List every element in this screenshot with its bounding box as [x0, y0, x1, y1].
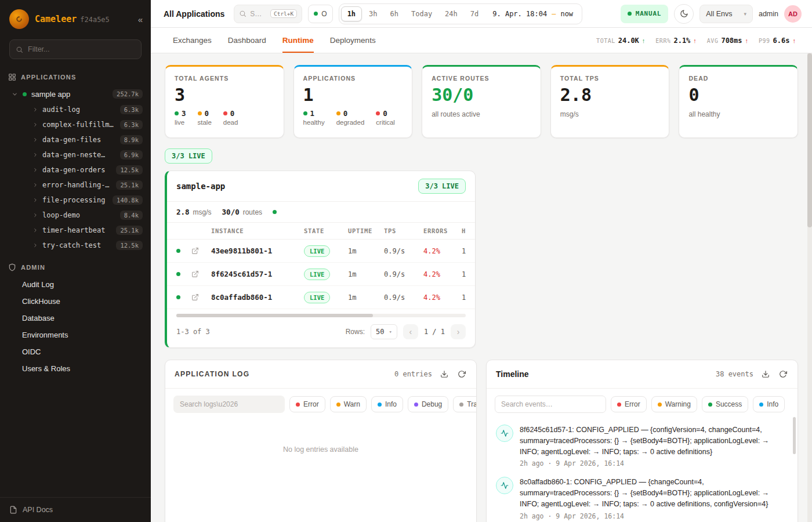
- time-range-1h[interactable]: 1h: [341, 6, 362, 21]
- filter-chip-success[interactable]: Success: [702, 396, 748, 412]
- timeline-event[interactable]: 8f6245c61d57-1: CONFIG_APPLIED — {config…: [496, 425, 786, 467]
- timeline-panel-header: Timeline 38 events: [487, 360, 798, 389]
- scrollbar-thumb[interactable]: [176, 314, 373, 317]
- count-badge: 8.4k: [120, 211, 143, 220]
- time-range-24h[interactable]: 24h: [439, 7, 463, 21]
- count-badge: 140.8k: [113, 195, 143, 205]
- timeline-scrollbar-thumb[interactable]: [793, 417, 796, 454]
- time-range-today[interactable]: Today: [405, 7, 438, 21]
- sidebar-item-try-catch-test[interactable]: try-catch-test12.5k: [0, 238, 151, 253]
- topbar: All Applications S… Ctrl+K O 1h 3h 6h To…: [151, 0, 812, 28]
- sample-app-card: sample-app 3/3 LIVE 2.8 msg/s 30/0 route…: [165, 171, 476, 348]
- tab-dashboard[interactable]: Dashboard: [228, 28, 266, 53]
- content: TOTAL AGENTS 3 3live 0stale 0dead APPLIC…: [151, 53, 812, 522]
- timeline-search-input[interactable]: [495, 396, 606, 413]
- filter-chip-warning[interactable]: Warning: [651, 396, 697, 412]
- admin-item-database[interactable]: Database: [0, 310, 151, 327]
- avatar[interactable]: AD: [784, 5, 802, 23]
- app-summary-row: 2.8 msg/s 30/0 routes: [167, 202, 475, 222]
- prev-page-button[interactable]: ‹: [403, 324, 418, 339]
- environment-select[interactable]: All Envs ▾: [699, 5, 753, 23]
- time-range-6h[interactable]: 6h: [385, 7, 404, 21]
- global-search[interactable]: S… Ctrl+K: [234, 5, 302, 23]
- table-row[interactable]: 43ee9811b801-1 LIVE 1m 0.9/s 4.2% 1: [167, 240, 475, 263]
- sidebar-item-file-processing[interactable]: file-processing140.8k: [0, 193, 151, 208]
- sidebar: Cameleerf24a5e5 « APPLICATIONS sample ap…: [0, 0, 151, 522]
- search-icon: [239, 10, 246, 17]
- mini-live: 3live: [175, 109, 186, 126]
- filter-chip-info[interactable]: Info: [753, 396, 785, 412]
- count-badge: 6.9k: [120, 150, 143, 160]
- search-shortcut-kbd: Ctrl+K: [270, 9, 297, 18]
- horizontal-scrollbar[interactable]: [176, 314, 466, 317]
- time-range-7d[interactable]: 7d: [465, 7, 484, 21]
- trend-up-icon: ↑: [693, 37, 697, 44]
- rows-per-page-select[interactable]: 50 ▾: [371, 324, 397, 339]
- count-badge: 8.9k: [120, 135, 143, 144]
- search-placeholder-text: S…: [250, 10, 262, 18]
- external-link-icon[interactable]: [191, 293, 211, 301]
- stat-p99: P99 6.6s ↑: [759, 37, 796, 45]
- count-badge: 6.3k: [120, 105, 143, 114]
- download-icon[interactable]: [760, 369, 771, 379]
- filter-chip-error[interactable]: Error: [611, 396, 647, 412]
- chevron-right-icon: [32, 242, 38, 248]
- filter-chip-trace[interactable]: Trace: [453, 396, 477, 412]
- card-total-agents: TOTAL AGENTS 3 3live 0stale 0dead: [165, 65, 284, 138]
- sidebar-collapse-button[interactable]: «: [138, 15, 143, 24]
- sidebar-item-loop-demo[interactable]: loop-demo8.4k: [0, 208, 151, 223]
- scrollbar-thumb[interactable]: [807, 53, 812, 227]
- table-row[interactable]: 8f6245c61d57-1 LIVE 1m 0.9/s 4.2% 1: [167, 263, 475, 286]
- dark-mode-toggle[interactable]: [674, 4, 694, 24]
- admin-item-environments[interactable]: Environments: [0, 327, 151, 343]
- chevron-right-icon: [32, 182, 38, 188]
- page-scrollbar[interactable]: [807, 53, 812, 522]
- admin-item-users-roles[interactable]: Users & Roles: [0, 360, 151, 377]
- live-filter-pill[interactable]: 3/3 LIVE: [165, 148, 212, 164]
- sidebar-item-data-gen-orders[interactable]: data-gen-orders12.5k: [0, 162, 151, 177]
- card-dead: DEAD 0 all healthy: [679, 65, 798, 138]
- date-range-display[interactable]: 9. Apr. 18:04 — now: [485, 10, 580, 18]
- manual-mode-button[interactable]: MANUAL: [621, 5, 669, 23]
- filter-chip-error[interactable]: Error: [289, 396, 325, 412]
- filter-chip-info[interactable]: Info: [371, 396, 403, 412]
- sidebar-item-data-gen-files[interactable]: data-gen-files8.9k: [0, 132, 151, 147]
- admin-item-oidc[interactable]: OIDC: [0, 343, 151, 360]
- sidebar-item-audit-log[interactable]: audit-log6.3k: [0, 102, 151, 117]
- sidebar-item-complex-fulfillment[interactable]: complex-fulfillm…6.3k: [0, 117, 151, 132]
- tree-root-label: sample app: [31, 90, 70, 99]
- time-range-3h[interactable]: 3h: [363, 7, 383, 21]
- timeline-event[interactable]: 8c0affadb860-1: CONFIG_APPLIED — {change…: [496, 477, 786, 520]
- admin-item-audit-log[interactable]: Audit Log: [0, 276, 151, 293]
- chevron-right-icon: [32, 212, 38, 218]
- api-docs-link[interactable]: API Docs: [0, 497, 151, 522]
- external-link-icon[interactable]: [191, 270, 211, 278]
- sidebar-item-sample-app[interactable]: sample app 252.7k: [0, 86, 151, 102]
- next-page-button[interactable]: ›: [451, 324, 466, 339]
- download-icon[interactable]: [439, 369, 449, 379]
- sidebar-item-data-gen-nested[interactable]: data-gen-neste…6.9k: [0, 147, 151, 162]
- filter-chip-warn[interactable]: Warn: [330, 396, 367, 412]
- online-indicator[interactable]: O: [308, 5, 332, 23]
- sidebar-item-timer-heartbeat[interactable]: timer-heartbeat25.1k: [0, 223, 151, 238]
- chevron-down-icon: ▾: [744, 11, 746, 17]
- refresh-icon[interactable]: [456, 369, 467, 379]
- shield-icon: [8, 263, 16, 271]
- log-panel-title: APPLICATION LOG: [175, 370, 249, 378]
- instance-status-dot: [176, 272, 180, 276]
- filter-chip-debug[interactable]: Debug: [408, 396, 448, 412]
- table-row[interactable]: 8c0affadb860-1 LIVE 1m 0.9/s 4.2% 1: [167, 286, 475, 309]
- refresh-icon[interactable]: [778, 369, 788, 379]
- sidebar-item-error-handling[interactable]: error-handling-…25.1k: [0, 177, 151, 193]
- stat-cards-row: TOTAL AGENTS 3 3live 0stale 0dead APPLIC…: [165, 65, 798, 138]
- tab-runtime[interactable]: Runtime: [282, 28, 314, 53]
- row-range-label: 1-3 of 3: [176, 328, 210, 336]
- filter-input[interactable]: [28, 45, 135, 53]
- tab-deployments[interactable]: Deployments: [330, 28, 376, 53]
- admin-item-clickhouse[interactable]: ClickHouse: [0, 293, 151, 310]
- log-search-input[interactable]: [173, 396, 285, 413]
- tab-exchanges[interactable]: Exchanges: [173, 28, 212, 53]
- timeline-filter-bar: Error Warning Success Info: [487, 389, 798, 420]
- activity-icon: [496, 425, 513, 442]
- external-link-icon[interactable]: [191, 247, 211, 255]
